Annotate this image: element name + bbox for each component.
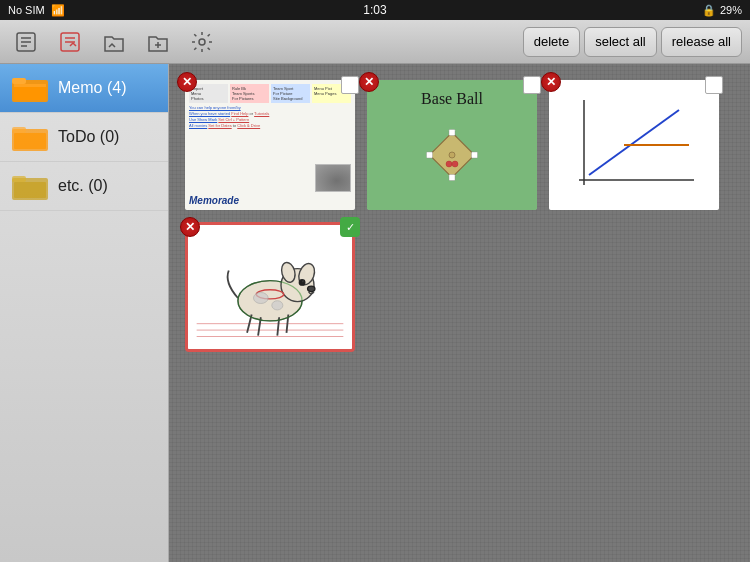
- graph-svg: [564, 90, 704, 200]
- export-btn[interactable]: [52, 26, 88, 58]
- folder-add-btn[interactable]: [140, 26, 176, 58]
- baseball-title: Base Ball: [421, 90, 483, 108]
- memo-card-2[interactable]: ✕ Base Ball: [367, 80, 537, 210]
- svg-rect-22: [472, 152, 478, 158]
- memo1-body: You can help anyone from/by When you hav…: [189, 105, 351, 129]
- memo1-header: ReportMenuPhotos Rule BkTeam SportsFor P…: [189, 84, 351, 103]
- baseball-diamond-svg: [422, 125, 482, 185]
- memo-card-1-inner: ReportMenuPhotos Rule BkTeam SportsFor P…: [185, 80, 355, 210]
- memo1-content: ReportMenuPhotos Rule BkTeam SportsFor P…: [185, 80, 355, 210]
- close-btn-1[interactable]: ✕: [177, 72, 197, 92]
- svg-point-47: [254, 293, 269, 304]
- svg-point-40: [302, 281, 304, 283]
- delete-button[interactable]: delete: [523, 27, 580, 57]
- memo1-image: [315, 164, 351, 192]
- memo2-content: Base Ball: [367, 80, 537, 210]
- select-corner-3[interactable]: [705, 76, 723, 94]
- toolbar-right: delete select all release all: [523, 27, 742, 57]
- svg-point-27: [452, 161, 458, 167]
- svg-point-9: [199, 39, 205, 45]
- status-right: 🔒 29%: [702, 4, 742, 17]
- select-corner-2[interactable]: [523, 76, 541, 94]
- sidebar-memo-label: Memo (4): [58, 79, 126, 97]
- dog-svg: [195, 232, 345, 342]
- svg-point-25: [449, 152, 455, 158]
- memo-card-4-inner: [188, 225, 352, 349]
- select-corner-1[interactable]: [341, 76, 359, 94]
- content-area: ✕ ReportMenuPhotos Rule BkTeam SportsFor…: [169, 64, 750, 562]
- memo-card-2-inner: Base Ball: [367, 80, 537, 210]
- memo1-col2: Rule BkTeam SportsFor Pictures: [230, 84, 269, 103]
- battery-text: 29%: [720, 4, 742, 16]
- memo4-content: [188, 225, 352, 349]
- memo-card-1[interactable]: ✕ ReportMenuPhotos Rule BkTeam SportsFor…: [185, 80, 355, 210]
- svg-rect-21: [449, 130, 455, 136]
- sidebar-etc-label: etc. (0): [58, 177, 108, 195]
- folder-open-btn[interactable]: [96, 26, 132, 58]
- toolbar: delete select all release all: [0, 20, 750, 64]
- svg-rect-24: [427, 152, 433, 158]
- memo1-title: Memorade: [189, 195, 239, 206]
- memo-card-4[interactable]: ✕ ✓: [185, 222, 355, 352]
- memo1-col3: Team SportFor PictureSite Background: [271, 84, 310, 103]
- status-bar: No SIM 📶 1:03 🔒 29%: [0, 0, 750, 20]
- time-display: 1:03: [363, 3, 386, 17]
- memo-icon-btn[interactable]: [8, 26, 44, 58]
- settings-btn[interactable]: [184, 26, 220, 58]
- close-btn-3[interactable]: ✕: [541, 72, 561, 92]
- sidebar: Memo (4) ToDo (0) etc. (0): [0, 64, 169, 562]
- svg-rect-15: [12, 127, 26, 133]
- close-btn-4[interactable]: ✕: [180, 217, 200, 237]
- memo-card-3[interactable]: ✕: [549, 80, 719, 210]
- select-all-button[interactable]: select all: [584, 27, 657, 57]
- sidebar-item-etc[interactable]: etc. (0): [0, 162, 168, 211]
- svg-point-48: [272, 301, 283, 310]
- svg-rect-13: [14, 84, 46, 87]
- main-layout: Memo (4) ToDo (0) etc. (0) ✕: [0, 64, 750, 562]
- svg-line-30: [589, 110, 679, 175]
- lock-icon: 🔒: [702, 4, 716, 17]
- sidebar-todo-label: ToDo (0): [58, 128, 119, 146]
- wifi-icon: 📶: [51, 4, 65, 17]
- svg-point-41: [308, 286, 315, 292]
- toolbar-left: [8, 26, 220, 58]
- sidebar-item-memo[interactable]: Memo (4): [0, 64, 168, 113]
- svg-rect-18: [12, 176, 26, 182]
- carrier-text: No SIM: [8, 4, 45, 16]
- check-btn-4[interactable]: ✓: [340, 217, 360, 237]
- svg-rect-23: [449, 175, 455, 181]
- close-btn-2[interactable]: ✕: [359, 72, 379, 92]
- svg-rect-11: [12, 78, 26, 84]
- memo3-content: [549, 80, 719, 210]
- svg-rect-19: [14, 182, 46, 198]
- sidebar-item-todo[interactable]: ToDo (0): [0, 113, 168, 162]
- release-all-button[interactable]: release all: [661, 27, 742, 57]
- memo-card-3-inner: [549, 80, 719, 210]
- svg-point-26: [446, 161, 452, 167]
- svg-rect-16: [14, 133, 46, 149]
- status-left: No SIM 📶: [8, 4, 65, 17]
